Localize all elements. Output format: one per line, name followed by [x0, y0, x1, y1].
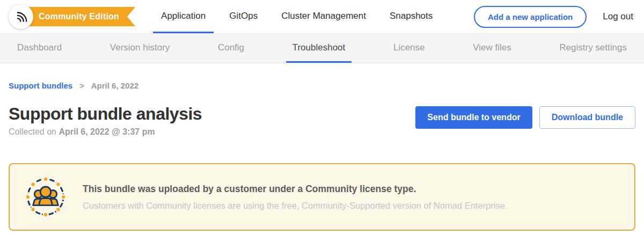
- app-logo[interactable]: [9, 4, 33, 29]
- brand: Community Edition: [9, 0, 135, 33]
- notice-text: This bundle was uploaded by a customer u…: [83, 183, 507, 211]
- page-title: Support bundle analysis: [9, 105, 202, 123]
- download-bundle-button[interactable]: Download bundle: [539, 106, 635, 129]
- subtab-dashboard[interactable]: Dashboard: [11, 34, 68, 63]
- breadcrumb-separator: >: [79, 81, 84, 90]
- tab-application[interactable]: Application: [153, 0, 214, 33]
- subtab-config[interactable]: Config: [211, 34, 251, 63]
- collected-timestamp: Collected on April 6, 2022 @ 3:37 pm: [9, 127, 202, 137]
- send-bundle-button[interactable]: Send bundle to vendor: [415, 106, 532, 129]
- subtab-troubleshoot[interactable]: Troubleshoot: [286, 34, 352, 63]
- tab-cluster-management[interactable]: Cluster Management: [273, 0, 374, 33]
- collected-prefix: Collected on: [9, 127, 58, 136]
- page-header: Support bundle analysis Collected on Apr…: [9, 105, 635, 137]
- tab-gitops[interactable]: GitOps: [221, 0, 266, 33]
- subtab-registry-settings[interactable]: Registry settings: [553, 34, 633, 63]
- sub-nav: Dashboard Version history Config Trouble…: [0, 33, 644, 63]
- community-people-icon: [25, 176, 67, 218]
- subtab-version-history[interactable]: Version history: [104, 34, 177, 63]
- subtab-license[interactable]: License: [387, 34, 431, 63]
- notice-subtitle: Customers with Community licenses are us…: [83, 201, 507, 211]
- header-actions: Send bundle to vendor Download bundle: [415, 106, 635, 129]
- breadcrumb-current: April 6, 2022: [91, 81, 138, 90]
- community-edition-badge: Community Edition: [27, 7, 135, 26]
- notice-title: This bundle was uploaded by a customer u…: [83, 183, 507, 195]
- top-nav-right: Add a new application Log out: [474, 0, 633, 33]
- community-license-notice: This bundle was uploaded by a customer u…: [9, 163, 635, 231]
- main-content: Support bundles > April 6, 2022 Support …: [0, 81, 644, 231]
- top-nav: Community Edition Application GitOps Clu…: [0, 0, 644, 33]
- breadcrumb-support-bundles-link[interactable]: Support bundles: [9, 81, 72, 90]
- subtab-view-files[interactable]: View files: [466, 34, 518, 63]
- top-nav-tabs: Application GitOps Cluster Management Sn…: [149, 0, 444, 33]
- replicated-mark-icon: [13, 9, 29, 25]
- collected-value: April 6, 2022 @ 3:37 pm: [58, 127, 155, 136]
- page-header-left: Support bundle analysis Collected on Apr…: [9, 105, 202, 137]
- logout-link[interactable]: Log out: [603, 11, 633, 22]
- add-application-button[interactable]: Add a new application: [474, 6, 587, 28]
- breadcrumb: Support bundles > April 6, 2022: [9, 81, 635, 90]
- tab-snapshots[interactable]: Snapshots: [382, 0, 441, 33]
